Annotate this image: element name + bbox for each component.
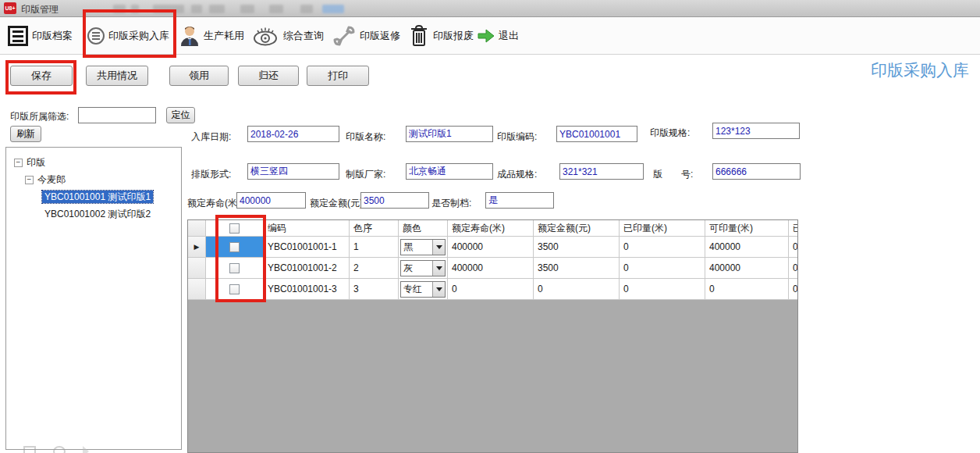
cell-printable[interactable]: 0 [705, 279, 789, 300]
toolbar-item-exit[interactable]: 退出 [478, 17, 519, 55]
row-checkbox-cell [206, 258, 264, 279]
cell-amount[interactable]: 3500 [534, 258, 620, 279]
plate-code-input[interactable] [556, 126, 637, 142]
product-spec-label: 成品规格: [497, 168, 537, 181]
col-header-life[interactable]: 额定寿命(米) [448, 220, 534, 237]
plate-no-input[interactable] [712, 163, 801, 180]
cell-clipped[interactable]: 0 [789, 279, 798, 300]
row-checkbox[interactable] [229, 242, 240, 252]
titlebar: U8+ 印版管理 [0, 0, 980, 17]
rated-amount-input[interactable] [360, 192, 429, 209]
refresh-button[interactable]: 刷新 [10, 126, 41, 142]
cell-amount[interactable]: 3500 [534, 237, 620, 258]
locate-button[interactable]: 定位 [166, 107, 195, 123]
cell-printable[interactable]: 400000 [705, 237, 789, 258]
plate-filter-label: 印版所属筛选: [10, 110, 69, 123]
print-button[interactable]: 打印 [307, 66, 369, 86]
toolbar-label: 印版档案 [32, 29, 73, 43]
tree-node-plate-2[interactable]: YBC01001002 测试印版2 [6, 205, 181, 223]
toolbar-item-combined-query[interactable]: 综合查询 [251, 17, 324, 55]
product-spec-input[interactable] [559, 163, 644, 180]
wrench-icon [332, 24, 356, 48]
chevron-down-icon[interactable] [432, 282, 445, 297]
cell-code[interactable]: YBC01001001-1 [264, 237, 350, 258]
color-dropdown[interactable]: 黑 [400, 239, 446, 255]
in-date-input[interactable] [247, 126, 339, 142]
cell-code[interactable]: YBC01001001-3 [264, 279, 350, 300]
cell-life[interactable]: 400000 [448, 237, 534, 258]
cell-clipped[interactable]: 0. [789, 258, 798, 279]
person-icon [179, 25, 200, 47]
cell-printable[interactable]: 400000 [705, 258, 789, 279]
grid-header-checkbox-cell [206, 220, 264, 237]
cell-code[interactable]: YBC01001001-2 [264, 258, 350, 279]
plate-filter-input[interactable] [78, 107, 156, 123]
cell-seq[interactable]: 1 [350, 237, 399, 258]
plate-tree-panel: −印版 −今麦郎 YBC01001001 测试印版1 YBC01001002 测… [5, 147, 182, 450]
grid-row-1[interactable]: ▶ YBC01001001-1 1 黑 400000 3500 0 400000… [188, 237, 797, 258]
cell-life[interactable]: 0 [448, 279, 534, 300]
row-checkbox-cell [206, 279, 264, 300]
toolbar-item-plate-repair[interactable]: 印版返修 [332, 17, 400, 55]
plate-no-label: 版 号: [653, 168, 693, 181]
cell-printed[interactable]: 0 [620, 237, 705, 258]
layout-form-input[interactable] [247, 163, 339, 180]
save-button[interactable]: 保存 [10, 66, 73, 86]
grid-row-3[interactable]: YBC01001001-3 3 专红 0 0 0 0 0 [188, 279, 797, 300]
trash-icon [409, 24, 429, 48]
color-dropdown[interactable]: 灰 [400, 260, 446, 276]
toolbar-item-plate-purchase-inbound[interactable]: 印版采购入库 [87, 17, 169, 55]
plate-name-input[interactable] [406, 126, 493, 142]
toolbar-item-plate-scrap[interactable]: 印版报废 [409, 17, 474, 55]
is-archived-label: 是否制档: [431, 197, 471, 210]
cell-color: 灰 [399, 258, 448, 279]
col-header-seq[interactable]: 色序 [350, 220, 399, 237]
tree-node-root[interactable]: −印版 [6, 154, 181, 171]
collapse-icon[interactable]: − [25, 176, 34, 184]
col-header-code[interactable]: 编码 [264, 220, 350, 237]
toolbar-label: 综合查询 [283, 29, 324, 43]
grid-row-2[interactable]: YBC01001001-2 2 灰 400000 3500 0 400000 0… [188, 258, 797, 279]
toolbar-label: 退出 [499, 29, 519, 43]
color-dropdown[interactable]: 专红 [400, 281, 446, 298]
toolbar-item-plate-archive[interactable]: 印版档案 [8, 17, 73, 55]
col-header-clipped[interactable]: 已 [789, 220, 798, 237]
toolbar-item-production-consume[interactable]: 生产耗用 [179, 17, 244, 55]
chevron-down-icon[interactable] [432, 261, 445, 276]
col-header-color[interactable]: 颜色 [399, 220, 448, 237]
shared-status-button[interactable]: 共用情况 [86, 66, 148, 86]
bottom-clipped-icons [23, 446, 89, 453]
cell-seq[interactable]: 3 [350, 279, 399, 300]
col-header-printable[interactable]: 可印量(米) [705, 220, 789, 237]
row-indicator-cell [188, 258, 206, 279]
select-all-checkbox[interactable] [229, 223, 240, 234]
cell-clipped[interactable]: 0. [789, 237, 798, 258]
col-header-amount[interactable]: 额定金额(元) [534, 220, 620, 237]
row-checkbox[interactable] [229, 263, 240, 273]
row-indicator-cell [188, 279, 206, 300]
row-indicator-cell: ▶ [188, 237, 206, 258]
cell-printed[interactable]: 0 [620, 258, 705, 279]
tree-node-group[interactable]: −今麦郎 [6, 171, 181, 188]
borrow-button[interactable]: 领用 [169, 66, 229, 86]
toolbar-label: 印版采购入库 [108, 29, 169, 43]
cell-seq[interactable]: 2 [350, 258, 399, 279]
cell-printed[interactable]: 0 [620, 279, 705, 300]
maker-input[interactable] [406, 163, 493, 180]
plate-archive-icon [8, 26, 28, 46]
toolbar-label: 印版返修 [360, 29, 400, 43]
tree-selected-item[interactable]: YBC01001001 测试印版1 [42, 191, 153, 203]
collapse-icon[interactable]: − [14, 159, 23, 167]
plate-spec-input[interactable] [712, 123, 800, 139]
chevron-down-icon[interactable] [432, 240, 445, 255]
rated-life-input[interactable] [236, 192, 306, 209]
main-toolbar: 印版档案 印版采购入库 生产耗用 综合查询 [0, 17, 980, 55]
cell-color: 黑 [399, 237, 448, 258]
return-button[interactable]: 归还 [238, 66, 299, 86]
tree-node-plate-1[interactable]: YBC01001001 测试印版1 [6, 188, 181, 205]
row-checkbox[interactable] [229, 284, 240, 294]
col-header-printed[interactable]: 已印量(米) [620, 220, 705, 237]
cell-life[interactable]: 400000 [448, 258, 534, 279]
is-archived-input[interactable] [485, 192, 554, 209]
cell-amount[interactable]: 0 [534, 279, 620, 300]
